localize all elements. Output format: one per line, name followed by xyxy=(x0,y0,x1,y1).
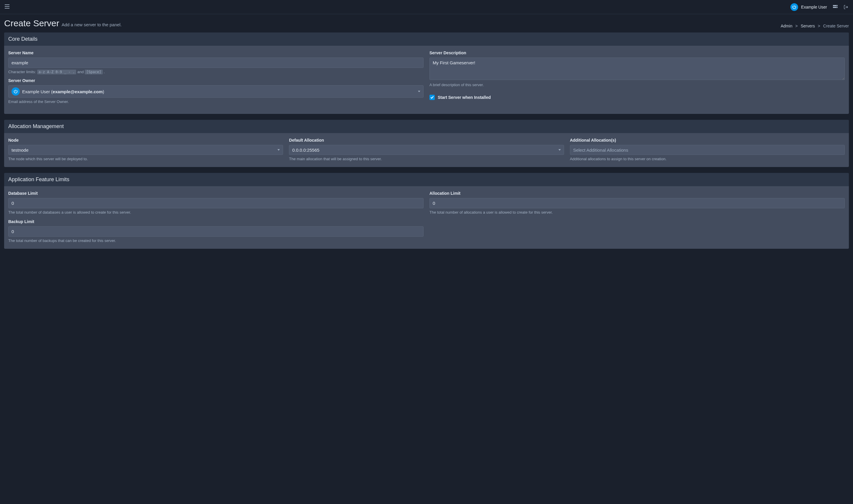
allocation-limit-help: The total number of allocations a user i… xyxy=(429,210,845,215)
hamburger-menu-button[interactable] xyxy=(5,4,10,10)
database-limit-input[interactable] xyxy=(8,198,424,208)
backup-limit-help: The total number of backups that can be … xyxy=(8,238,424,243)
power-icon xyxy=(792,5,797,10)
breadcrumb-servers[interactable]: Servers xyxy=(801,24,815,28)
additional-allocations-placeholder: Select Additional Allocations xyxy=(573,147,628,152)
chevron-down-icon xyxy=(418,91,420,92)
server-owner-help: Email address of the Server Owner. xyxy=(8,100,424,104)
page-title-heading: Create Server xyxy=(4,18,59,28)
server-owner-select[interactable]: Example User (example@example.com) xyxy=(8,85,424,98)
power-icon xyxy=(13,89,18,94)
node-value: testnode xyxy=(12,147,29,152)
server-owner-value: Example User (example@example.com) xyxy=(22,89,104,94)
user-name-label[interactable]: Example User xyxy=(801,5,827,10)
core-details-header: Core Details xyxy=(4,33,849,46)
allocation-limit-input[interactable] xyxy=(429,198,845,208)
chevron-down-icon xyxy=(558,149,561,151)
additional-allocations-select[interactable]: Select Additional Allocations xyxy=(570,145,845,155)
database-limit-label: Database Limit xyxy=(8,191,424,196)
allocation-panel: Allocation Management Node testnode The … xyxy=(4,120,849,167)
hamburger-icon xyxy=(5,4,10,8)
node-label: Node xyxy=(8,138,283,143)
node-select[interactable]: testnode xyxy=(8,145,283,155)
node-help: The node which this server will be deplo… xyxy=(8,157,283,161)
server-description-label: Server Description xyxy=(429,51,845,55)
page-subtitle: Add a new server to the panel. xyxy=(62,22,122,27)
feature-limits-panel: Application Feature Limits Database Limi… xyxy=(4,173,849,249)
breadcrumb-admin[interactable]: Admin xyxy=(781,24,793,28)
server-owner-label: Server Owner xyxy=(8,78,424,83)
default-allocation-help: The main allocation that will be assigne… xyxy=(289,157,564,161)
topbar: Example User xyxy=(0,0,853,14)
additional-allocations-label: Additional Allocation(s) xyxy=(570,138,845,143)
owner-avatar xyxy=(12,87,20,96)
default-allocation-value: 0.0.0.0:25565 xyxy=(292,147,319,152)
admin-toggle-button[interactable] xyxy=(833,5,838,10)
default-allocation-select[interactable]: 0.0.0.0:25565 xyxy=(289,145,564,155)
server-description-help: A brief description of this server. xyxy=(429,83,845,87)
allocation-limit-label: Allocation Limit xyxy=(429,191,845,196)
breadcrumb-separator: > xyxy=(796,24,798,28)
breadcrumb-separator: > xyxy=(818,24,820,28)
layers-icon xyxy=(833,5,838,10)
page-title: Create Server Add a new server to the pa… xyxy=(4,18,122,28)
check-icon xyxy=(430,96,434,99)
feature-limits-header: Application Feature Limits xyxy=(4,173,849,186)
logout-icon xyxy=(843,5,848,10)
breadcrumb: Admin > Servers > Create Server xyxy=(781,24,849,28)
database-limit-help: The total number of databases a user is … xyxy=(8,210,424,215)
server-name-help: Character limits: a-z A-Z 0-9 _ - . and … xyxy=(8,70,424,74)
start-on-install-label: Start Server when Installed xyxy=(438,95,491,100)
backup-limit-label: Backup Limit xyxy=(8,219,424,224)
allocation-header: Allocation Management xyxy=(4,120,849,133)
breadcrumb-current: Create Server xyxy=(823,24,849,28)
svg-point-2 xyxy=(836,5,837,6)
server-description-textarea[interactable] xyxy=(429,57,845,80)
core-details-panel: Core Details Server Name Character limit… xyxy=(4,33,849,114)
backup-limit-input[interactable] xyxy=(8,226,424,237)
logout-button[interactable] xyxy=(843,5,848,10)
default-allocation-label: Default Allocation xyxy=(289,138,564,143)
user-avatar xyxy=(790,3,798,11)
additional-allocations-help: Additional allocations to assign to this… xyxy=(570,157,845,161)
server-name-input[interactable] xyxy=(8,57,424,68)
chevron-down-icon xyxy=(278,149,280,151)
svg-point-3 xyxy=(836,7,837,8)
server-name-label: Server Name xyxy=(8,51,424,55)
start-on-install-checkbox[interactable] xyxy=(429,95,435,100)
